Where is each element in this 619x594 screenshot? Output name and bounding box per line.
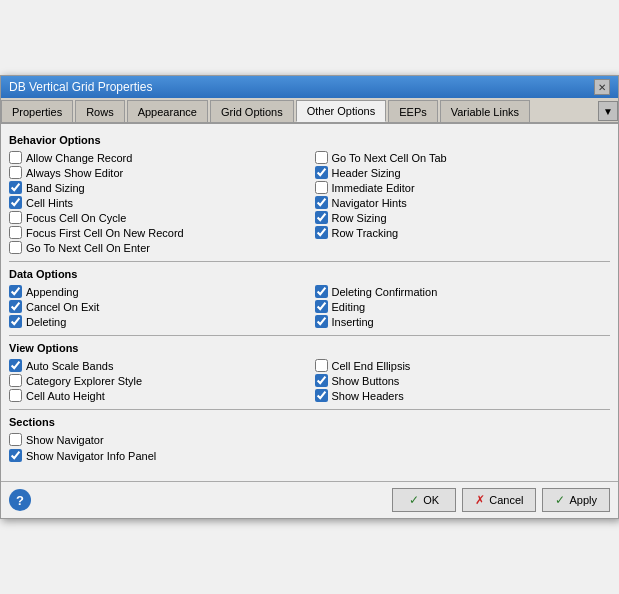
go-to-next-tab-checkbox[interactable] (315, 151, 328, 164)
tab-variable-links[interactable]: Variable Links (440, 100, 530, 122)
always-show-editor-label[interactable]: Always Show Editor (26, 167, 123, 179)
allow-change-record-label[interactable]: Allow Change Record (26, 152, 132, 164)
deleting-confirmation-label[interactable]: Deleting Confirmation (332, 286, 438, 298)
band-sizing-item: Band Sizing (9, 180, 305, 195)
tab-appearance[interactable]: Appearance (127, 100, 208, 122)
deleting-confirmation-checkbox[interactable] (315, 285, 328, 298)
band-sizing-label[interactable]: Band Sizing (26, 182, 85, 194)
row-sizing-label[interactable]: Row Sizing (332, 212, 387, 224)
show-buttons-checkbox[interactable] (315, 374, 328, 387)
show-buttons-item: Show Buttons (315, 373, 611, 388)
cell-auto-height-item: Cell Auto Height (9, 388, 305, 403)
view-options-grid: Auto Scale Bands Category Explorer Style… (9, 358, 610, 403)
close-button[interactable]: ✕ (594, 79, 610, 95)
cell-hints-checkbox[interactable] (9, 196, 22, 209)
editing-label[interactable]: Editing (332, 301, 366, 313)
navigator-hints-label[interactable]: Navigator Hints (332, 197, 407, 209)
category-explorer-label[interactable]: Category Explorer Style (26, 375, 142, 387)
ok-button[interactable]: ✓ OK (392, 488, 456, 512)
row-tracking-label[interactable]: Row Tracking (332, 227, 399, 239)
appending-label[interactable]: Appending (26, 286, 79, 298)
show-buttons-label[interactable]: Show Buttons (332, 375, 400, 387)
view-divider (9, 409, 610, 410)
tab-eeps[interactable]: EEPs (388, 100, 438, 122)
cell-auto-height-label[interactable]: Cell Auto Height (26, 390, 105, 402)
data-divider (9, 335, 610, 336)
tab-content: Behavior Options Allow Change Record Alw… (1, 124, 618, 477)
immediate-editor-item: Immediate Editor (315, 180, 611, 195)
go-to-next-enter-checkbox[interactable] (9, 241, 22, 254)
editing-item: Editing (315, 299, 611, 314)
cancel-on-exit-item: Cancel On Exit (9, 299, 305, 314)
immediate-editor-checkbox[interactable] (315, 181, 328, 194)
row-tracking-checkbox[interactable] (315, 226, 328, 239)
category-explorer-item: Category Explorer Style (9, 373, 305, 388)
sections-header: Sections (9, 416, 610, 428)
navigator-hints-checkbox[interactable] (315, 196, 328, 209)
help-button[interactable]: ? (9, 489, 31, 511)
show-headers-label[interactable]: Show Headers (332, 390, 404, 402)
show-headers-checkbox[interactable] (315, 389, 328, 402)
cell-hints-item: Cell Hints (9, 195, 305, 210)
ok-icon: ✓ (409, 493, 419, 507)
deleting-label[interactable]: Deleting (26, 316, 66, 328)
allow-change-record-item: Allow Change Record (9, 150, 305, 165)
inserting-item: Inserting (315, 314, 611, 329)
header-sizing-label[interactable]: Header Sizing (332, 167, 401, 179)
data-col1: Appending Cancel On Exit Deleting (9, 284, 305, 329)
tab-dropdown[interactable]: ▼ (598, 101, 618, 121)
inserting-checkbox[interactable] (315, 315, 328, 328)
header-sizing-checkbox[interactable] (315, 166, 328, 179)
band-sizing-checkbox[interactable] (9, 181, 22, 194)
row-sizing-checkbox[interactable] (315, 211, 328, 224)
focus-cell-cycle-label[interactable]: Focus Cell On Cycle (26, 212, 126, 224)
go-to-next-enter-label[interactable]: Go To Next Cell On Enter (26, 242, 150, 254)
cell-end-ellipsis-checkbox[interactable] (315, 359, 328, 372)
show-navigator-checkbox[interactable] (9, 433, 22, 446)
row-sizing-item: Row Sizing (315, 210, 611, 225)
always-show-editor-checkbox[interactable] (9, 166, 22, 179)
behavior-col2: Go To Next Cell On Tab Header Sizing Imm… (315, 150, 611, 255)
appending-checkbox[interactable] (9, 285, 22, 298)
tab-properties[interactable]: Properties (1, 100, 73, 122)
show-navigator-label[interactable]: Show Navigator (26, 434, 104, 446)
immediate-editor-label[interactable]: Immediate Editor (332, 182, 415, 194)
auto-scale-bands-label[interactable]: Auto Scale Bands (26, 360, 113, 372)
deleting-item: Deleting (9, 314, 305, 329)
deleting-checkbox[interactable] (9, 315, 22, 328)
auto-scale-bands-checkbox[interactable] (9, 359, 22, 372)
tab-rows[interactable]: Rows (75, 100, 125, 122)
allow-change-record-checkbox[interactable] (9, 151, 22, 164)
focus-first-cell-checkbox[interactable] (9, 226, 22, 239)
show-navigator-info-label[interactable]: Show Navigator Info Panel (26, 450, 156, 462)
navigator-hints-item: Navigator Hints (315, 195, 611, 210)
data-options-grid: Appending Cancel On Exit Deleting Deleti… (9, 284, 610, 329)
cell-end-ellipsis-label[interactable]: Cell End Ellipsis (332, 360, 411, 372)
category-explorer-checkbox[interactable] (9, 374, 22, 387)
focus-cell-cycle-checkbox[interactable] (9, 211, 22, 224)
cancel-on-exit-checkbox[interactable] (9, 300, 22, 313)
tab-bar: Properties Rows Appearance Grid Options … (1, 98, 618, 124)
header-sizing-item: Header Sizing (315, 165, 611, 180)
ok-label: OK (423, 494, 439, 506)
cell-auto-height-checkbox[interactable] (9, 389, 22, 402)
go-to-next-tab-label[interactable]: Go To Next Cell On Tab (332, 152, 447, 164)
go-to-next-enter-item: Go To Next Cell On Enter (9, 240, 305, 255)
editing-checkbox[interactable] (315, 300, 328, 313)
sections-section: Sections Show Navigator Show Navigator I… (9, 416, 610, 463)
inserting-label[interactable]: Inserting (332, 316, 374, 328)
focus-first-cell-label[interactable]: Focus First Cell On New Record (26, 227, 184, 239)
apply-button[interactable]: ✓ Apply (542, 488, 610, 512)
cell-hints-label[interactable]: Cell Hints (26, 197, 73, 209)
show-navigator-info-checkbox[interactable] (9, 449, 22, 462)
tab-grid-options[interactable]: Grid Options (210, 100, 294, 122)
bottom-bar: ? ✓ OK ✗ Cancel ✓ Apply (1, 481, 618, 518)
tab-other-options[interactable]: Other Options (296, 100, 386, 122)
cancel-on-exit-label[interactable]: Cancel On Exit (26, 301, 99, 313)
cancel-label: Cancel (489, 494, 523, 506)
apply-label: Apply (569, 494, 597, 506)
cancel-button[interactable]: ✗ Cancel (462, 488, 536, 512)
view-header: View Options (9, 342, 610, 354)
show-navigator-info-item: Show Navigator Info Panel (9, 448, 610, 463)
behavior-header: Behavior Options (9, 134, 610, 146)
